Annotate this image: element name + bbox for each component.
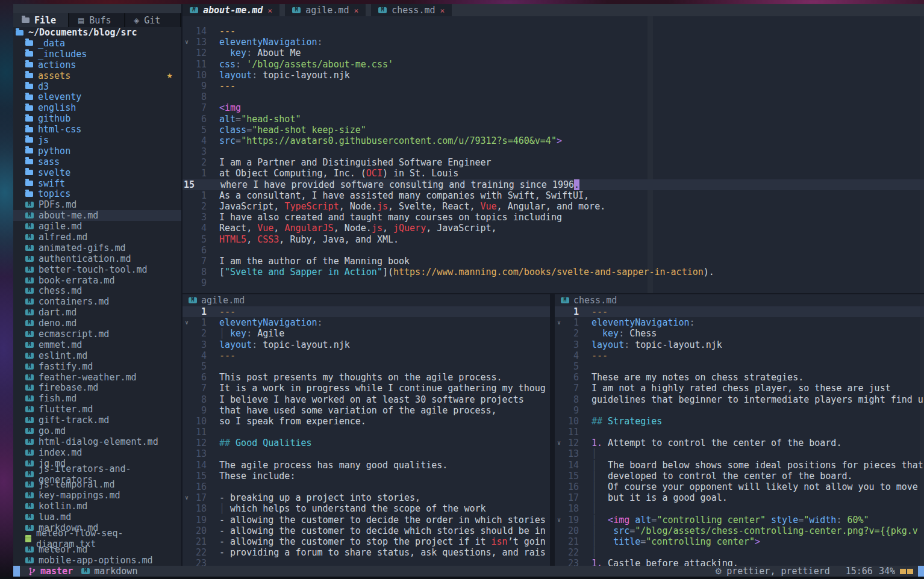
tree-folder-d3[interactable]: d3 xyxy=(13,81,181,92)
code-line[interactable]: 3layout: topic-layout.njk xyxy=(555,339,924,350)
code-line[interactable]: 6These are my notes on chess strategies. xyxy=(555,372,924,383)
code-line[interactable]: 20- allowing the customer to decide whic… xyxy=(183,525,550,536)
code-line[interactable]: 14│ The board below shows some ideal pos… xyxy=(555,460,924,471)
code-line[interactable]: 2I am a Partner and Distinguished Softwa… xyxy=(183,157,924,168)
tree-file-emmet.md[interactable]: emmet.md xyxy=(13,339,181,350)
tree-folder-_data[interactable]: _data xyxy=(13,38,181,49)
tree-file-alfred.md[interactable]: alfred.md xyxy=(13,232,181,243)
fold-chevron-icon[interactable]: ∨ xyxy=(183,492,191,503)
code-line[interactable]: 12 key: About Me xyxy=(183,48,924,58)
code-line[interactable]: 7<img xyxy=(183,102,924,113)
code-line[interactable]: 8["Svelte and Sapper in Action"](https:/… xyxy=(183,267,924,277)
tree-folder-svelte[interactable]: svelte xyxy=(13,167,181,178)
code-line[interactable]: ∨1eleventyNavigation: xyxy=(183,317,550,328)
tree-file-animated-gifs.md[interactable]: animated-gifs.md xyxy=(13,243,181,253)
code-line[interactable]: ∨17- breaking up a project into stories, xyxy=(183,492,550,503)
code-line[interactable]: 15These include: xyxy=(183,471,550,481)
tree-folder-topics[interactable]: topics xyxy=(13,188,181,199)
code-line[interactable]: 2JavaScript, TypeScript, Node.js, Svelte… xyxy=(183,201,924,212)
tree-file-index.md[interactable]: index.md xyxy=(13,447,181,458)
code-line[interactable]: 5HTML5, CSS3, Ruby, Java, and XML. xyxy=(183,234,924,245)
code-line[interactable]: 17│ but it is a good goal. xyxy=(555,492,924,503)
tree-folder-html-css[interactable]: html-css xyxy=(13,124,181,135)
code-line[interactable]: 6alt="head-shot" xyxy=(183,114,924,125)
code-line[interactable]: 8I believe I have worked on at least 30 … xyxy=(183,394,550,405)
tree-file-gift-track.md[interactable]: gift-track.md xyxy=(13,415,181,426)
code-line[interactable]: 15│ developed to control the center of t… xyxy=(555,471,924,481)
code-line[interactable]: 22│ xyxy=(555,547,924,558)
code-line[interactable]: 9 xyxy=(183,277,924,288)
code-line[interactable]: 5 xyxy=(183,361,550,372)
code-line[interactable]: 11css: '/blog/assets/about-me.css' xyxy=(183,59,924,70)
code-line[interactable]: 10layout: topic-layout.njk xyxy=(183,70,924,81)
code-line[interactable]: 21│ title="controlling center"> xyxy=(555,536,924,547)
code-line[interactable]: ∨121. Attempt to control the center of t… xyxy=(555,438,924,448)
buffer-tab-chess.md[interactable]: chess.md× xyxy=(371,4,452,16)
code-line[interactable]: 9--- xyxy=(183,81,924,91)
tree-file-html-dialog-element.md[interactable]: html-dialog-element.md xyxy=(13,436,181,447)
close-icon[interactable]: × xyxy=(267,6,272,15)
tree-file-ecmascript.md[interactable]: ecmascript.md xyxy=(13,329,181,339)
tree-file-dart.md[interactable]: dart.md xyxy=(13,307,181,318)
tree-file-fastify.md[interactable]: fastify.md xyxy=(13,361,181,372)
tree-file-chess.md[interactable]: chess.md xyxy=(13,285,181,296)
sidebar-tab-bufs[interactable]: ▤Bufs xyxy=(69,13,125,27)
code-line[interactable]: 11 xyxy=(555,427,924,438)
tree-file-eslint.md[interactable]: eslint.md xyxy=(13,350,181,361)
fold-chevron-icon[interactable]: ∨ xyxy=(555,515,563,525)
close-icon[interactable]: × xyxy=(354,6,358,15)
tree-folder-js[interactable]: js xyxy=(13,135,181,146)
tree-file-about-me.md[interactable]: about-me.md xyxy=(13,210,181,221)
code-line[interactable]: 231. Castle before attacking. xyxy=(555,558,924,566)
code-line[interactable]: 5 xyxy=(555,361,924,372)
tree-folder-english[interactable]: english xyxy=(13,102,181,113)
sidebar-tab-git[interactable]: ◈Git xyxy=(125,13,181,27)
code-line[interactable]: ∨1eleventyNavigation: xyxy=(555,317,924,328)
code-line[interactable]: 7I am not a highly rated chess player, s… xyxy=(555,383,924,394)
filetype-segment[interactable]: markdown xyxy=(81,566,137,577)
tree-file-deno.md[interactable]: deno.md xyxy=(13,318,181,329)
tree-file-book-errata.md[interactable]: book-errata.md xyxy=(13,275,181,286)
code-line[interactable]: 15where I have provided software consult… xyxy=(183,179,924,190)
code-line[interactable]: 3 xyxy=(183,146,924,157)
tree-folder-sass[interactable]: sass xyxy=(13,156,181,167)
buffer-tab-about-me.md[interactable]: about-me.md× xyxy=(183,4,279,16)
tree-file-js-iterators-and-generators[interactable]: js-iterators-and-generators xyxy=(13,469,181,480)
tree-file-fish.md[interactable]: fish.md xyxy=(13,393,181,404)
tree-file-PDFs.md[interactable]: PDFs.md xyxy=(13,199,181,210)
code-line[interactable]: 11 xyxy=(183,427,550,438)
tree-file-containers.md[interactable]: containers.md xyxy=(13,296,181,307)
code-line[interactable]: 6 xyxy=(183,245,924,256)
tree-folder-_includes[interactable]: _includes xyxy=(13,49,181,60)
code-line[interactable]: 1As a consultant, I have assisted many c… xyxy=(183,190,924,201)
code-line[interactable]: 10so I speak from experience. xyxy=(183,416,550,427)
code-line[interactable]: 22- providing a forum to share status, a… xyxy=(183,547,550,558)
tree-folder-assets[interactable]: assets★ xyxy=(13,70,181,81)
code-line[interactable]: 21- allowing the customer to stop the pr… xyxy=(183,536,550,547)
code-line[interactable]: 18│ which helps to understand the scope … xyxy=(183,503,550,514)
code-line[interactable]: 6This post presents my thoughts on the a… xyxy=(183,372,550,383)
code-line[interactable]: 20│ src="/blog/assets/chess-controlling-… xyxy=(555,525,924,536)
code-line[interactable]: 13 xyxy=(183,448,550,459)
code-line[interactable]: 13│ xyxy=(555,448,924,459)
code-line[interactable]: 9that have used some variation of the ag… xyxy=(183,405,550,416)
tree-folder-actions[interactable]: actions xyxy=(13,60,181,70)
pane-agile[interactable]: agile.md 1---∨1eleventyNavigation:2│ key… xyxy=(183,294,550,566)
vertical-split-separator[interactable] xyxy=(550,294,555,566)
formatter-segment[interactable]: ⚙ prettier, prettierd xyxy=(715,566,830,577)
code-line[interactable]: 1--- xyxy=(555,306,924,317)
tree-file-flutter.md[interactable]: flutter.md xyxy=(13,404,181,415)
code-line[interactable]: 3layout: topic-layout.njk xyxy=(183,339,550,350)
tree-file-key-mappings.md[interactable]: key-mappings.md xyxy=(13,490,181,501)
code-line[interactable]: 5class="head-shot keep-size" xyxy=(183,125,924,135)
code-line[interactable]: 4src="https://avatars0.githubusercontent… xyxy=(183,135,924,146)
tree-folder-swift[interactable]: swift xyxy=(13,178,181,189)
code-line[interactable]: 4--- xyxy=(183,350,550,361)
code-line[interactable]: 14The agile process has many good qualit… xyxy=(183,460,550,471)
tree-file-meteor-flow-seq-diagram.txt[interactable]: meteor-flow-seq-diagram.txt xyxy=(13,533,181,544)
fold-chevron-icon[interactable]: ∨ xyxy=(555,317,563,328)
pane-chess[interactable]: chess.md 1---∨1eleventyNavigation:2 key:… xyxy=(555,294,924,566)
code-line[interactable]: 19- allowing the customer to decide the … xyxy=(183,515,550,525)
code-line[interactable]: 12## Good Qualities xyxy=(183,438,550,448)
code-line[interactable]: 16│ Of course your opponent will likely … xyxy=(555,481,924,492)
